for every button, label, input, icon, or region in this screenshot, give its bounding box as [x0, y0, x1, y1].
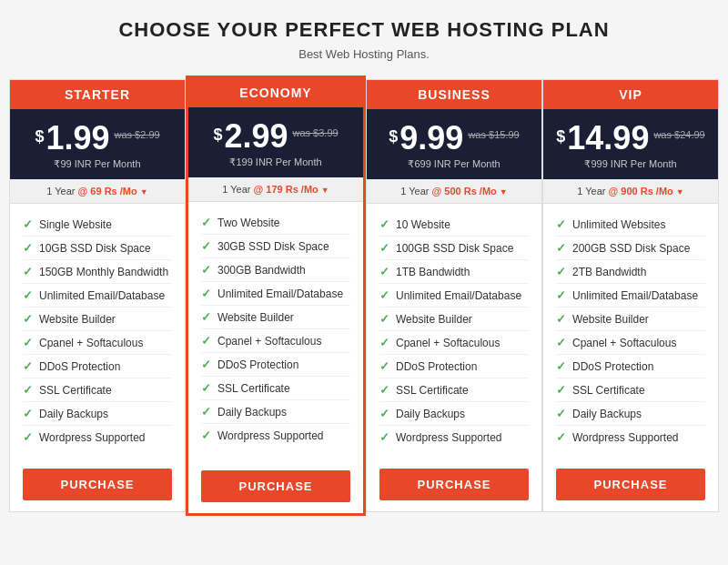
- check-icon: ✓: [201, 334, 211, 348]
- feature-item: ✓ 100GB SSD Disk Space: [379, 237, 529, 260]
- plan-header-economy: ECONOMY: [188, 78, 363, 107]
- plan-duration-starter[interactable]: 1 Year @ 69 Rs /Mo ▼: [10, 179, 185, 204]
- plan-features-vip: ✓ Unlimited Websites ✓ 200GB SSD Disk Sp…: [543, 204, 718, 458]
- plan-price-main-vip: $ 14.99 was $24.99: [551, 122, 711, 155]
- check-icon: ✓: [201, 239, 211, 253]
- feature-label: Daily Backups: [396, 408, 465, 420]
- price-dollar-business: $: [389, 127, 398, 146]
- check-icon: ✓: [556, 288, 566, 302]
- dropdown-arrow-business: ▼: [500, 187, 508, 197]
- plan-duration-vip[interactable]: 1 Year @ 900 Rs /Mo ▼: [543, 179, 718, 204]
- feature-item: ✓ Unlimited Websites: [556, 213, 705, 237]
- plan-features-starter: ✓ Single Website ✓ 10GB SSD Disk Space ✓…: [10, 204, 185, 458]
- feature-label: DDoS Protection: [217, 358, 298, 371]
- price-inr-economy: ₹199 INR Per Month: [196, 156, 356, 168]
- plan-footer-vip: PURCHASE: [543, 458, 718, 511]
- check-icon: ✓: [23, 359, 33, 373]
- check-icon: ✓: [556, 336, 566, 349]
- feature-label: Website Builder: [572, 313, 649, 326]
- feature-item: ✓ DDoS Protection: [201, 353, 350, 377]
- feature-label: DDoS Protection: [572, 360, 653, 373]
- feature-item: ✓ Cpanel + Softaculous: [379, 331, 529, 355]
- purchase-button-vip[interactable]: PURCHASE: [556, 469, 705, 500]
- feature-item: ✓ Website Builder: [379, 308, 529, 331]
- feature-label: SSL Certificate: [396, 384, 469, 397]
- feature-item: ✓ SSL Certificate: [23, 378, 172, 402]
- price-was-economy: was $3.99: [292, 127, 338, 138]
- dropdown-arrow-starter: ▼: [140, 187, 148, 197]
- check-icon: ✓: [201, 405, 211, 419]
- feature-item: ✓ SSL Certificate: [201, 377, 350, 400]
- dropdown-arrow-economy: ▼: [321, 186, 329, 195]
- purchase-button-starter[interactable]: PURCHASE: [23, 469, 172, 500]
- feature-item: ✓ 1TB Bandwidth: [379, 260, 529, 284]
- check-icon: ✓: [379, 288, 389, 302]
- check-icon: ✓: [23, 241, 33, 255]
- feature-item: ✓ 2TB Bandwidth: [556, 260, 705, 284]
- dropdown-arrow-vip: ▼: [676, 187, 684, 197]
- purchase-button-economy[interactable]: PURCHASE: [201, 470, 350, 502]
- feature-label: 1TB Bandwidth: [396, 266, 470, 278]
- feature-item: ✓ Cpanel + Softaculous: [23, 331, 172, 355]
- price-amount-business: 9.99: [399, 122, 463, 155]
- check-icon: ✓: [379, 241, 389, 255]
- price-was-starter: was $2.99: [114, 129, 159, 140]
- plan-header-business: BUSINESS: [367, 80, 541, 109]
- feature-label: Unlimited Email/Database: [396, 289, 521, 302]
- check-icon: ✓: [556, 430, 566, 444]
- feature-label: Wordpress Supported: [217, 429, 324, 442]
- check-icon: ✓: [23, 217, 33, 231]
- feature-item: ✓ Wordpress Supported: [556, 426, 705, 449]
- plan-price-box-starter: $ 1.99 was $2.99 ₹99 INR Per Month: [10, 109, 185, 179]
- feature-label: Website Builder: [39, 313, 116, 326]
- feature-label: 150GB Monthly Bandwidth: [39, 266, 168, 278]
- check-icon: ✓: [201, 216, 211, 229]
- feature-label: SSL Certificate: [39, 384, 112, 397]
- check-icon: ✓: [556, 359, 566, 373]
- feature-item: ✓ 150GB Monthly Bandwidth: [23, 260, 172, 284]
- check-icon: ✓: [201, 287, 211, 300]
- check-icon: ✓: [201, 429, 211, 442]
- feature-item: ✓ 10 Website: [379, 213, 529, 237]
- plan-economy: ECONOMY $ 2.99 was $3.99 ₹199 INR Per Mo…: [186, 76, 366, 516]
- feature-label: 300GB Bandwidth: [217, 264, 306, 277]
- feature-label: Daily Backups: [39, 408, 108, 420]
- plan-features-economy: ✓ Two Website ✓ 30GB SSD Disk Space ✓ 30…: [188, 202, 363, 459]
- check-icon: ✓: [201, 263, 211, 277]
- purchase-button-business[interactable]: PURCHASE: [379, 469, 529, 500]
- feature-item: ✓ Unlimited Email/Database: [201, 282, 350, 306]
- price-was-vip: was $24.99: [653, 129, 704, 140]
- plan-vip: VIP $ 14.99 was $24.99 ₹999 INR Per Mont…: [542, 79, 719, 512]
- feature-item: ✓ DDoS Protection: [23, 355, 172, 378]
- feature-item: ✓ 30GB SSD Disk Space: [201, 235, 350, 258]
- plan-price-box-vip: $ 14.99 was $24.99 ₹999 INR Per Month: [543, 109, 718, 179]
- check-icon: ✓: [556, 217, 566, 231]
- plan-header-vip: VIP: [543, 80, 718, 109]
- plan-duration-economy[interactable]: 1 Year @ 179 Rs /Mo ▼: [188, 177, 363, 202]
- feature-label: Unlimited Email/Database: [39, 289, 165, 302]
- feature-label: Daily Backups: [217, 406, 287, 419]
- plan-price-box-economy: $ 2.99 was $3.99 ₹199 INR Per Month: [188, 107, 363, 177]
- check-icon: ✓: [201, 381, 211, 395]
- feature-item: ✓ Unlimited Email/Database: [556, 284, 705, 308]
- plan-footer-starter: PURCHASE: [10, 458, 185, 511]
- check-icon: ✓: [379, 336, 389, 349]
- feature-item: ✓ 300GB Bandwidth: [201, 258, 350, 282]
- feature-label: SSL Certificate: [217, 382, 290, 395]
- check-icon: ✓: [23, 407, 33, 420]
- check-icon: ✓: [556, 312, 566, 326]
- plan-business: BUSINESS $ 9.99 was $15.99 ₹699 INR Per …: [366, 79, 542, 512]
- price-inr-starter: ₹99 INR Per Month: [17, 158, 177, 170]
- feature-label: Website Builder: [217, 311, 294, 324]
- feature-label: Wordpress Supported: [39, 431, 146, 444]
- check-icon: ✓: [379, 312, 389, 326]
- feature-label: Unlimited Email/Database: [572, 289, 698, 302]
- plan-price-box-business: $ 9.99 was $15.99 ₹699 INR Per Month: [367, 109, 541, 179]
- feature-label: SSL Certificate: [572, 384, 645, 397]
- plan-duration-highlight-economy: @ 179 Rs /Mo: [254, 184, 318, 195]
- feature-item: ✓ Cpanel + Softaculous: [556, 331, 705, 355]
- plan-price-main-business: $ 9.99 was $15.99: [374, 122, 534, 155]
- feature-item: ✓ DDoS Protection: [379, 355, 529, 378]
- plan-duration-business[interactable]: 1 Year @ 500 Rs /Mo ▼: [367, 179, 541, 204]
- feature-item: ✓ Wordpress Supported: [201, 424, 350, 447]
